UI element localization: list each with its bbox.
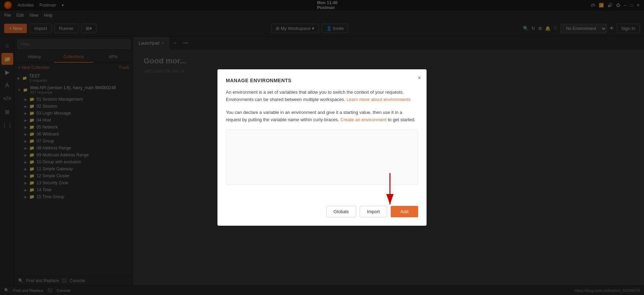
modal-description-1: An environment is a set of variables tha… xyxy=(226,89,418,103)
arrow-container xyxy=(369,170,397,212)
manage-environments-modal: MANAGE ENVIRONMENTS × An environment is … xyxy=(217,69,427,225)
arrow-indicator xyxy=(369,170,397,211)
learn-more-link[interactable]: Learn more about environments xyxy=(346,97,411,102)
create-env-link[interactable]: Create an environment xyxy=(340,117,386,122)
modal-title: MANAGE ENVIRONMENTS xyxy=(226,78,418,83)
modal-overlay: MANAGE ENVIRONMENTS × An environment is … xyxy=(0,0,644,295)
modal-description-2: You can declare a variable in an environ… xyxy=(226,109,418,124)
modal-close-button[interactable]: × xyxy=(418,75,421,81)
globals-button[interactable]: Globals xyxy=(326,206,356,217)
modal-desc-suffix: to get started. xyxy=(388,117,416,122)
modal-empty-area xyxy=(226,129,418,185)
